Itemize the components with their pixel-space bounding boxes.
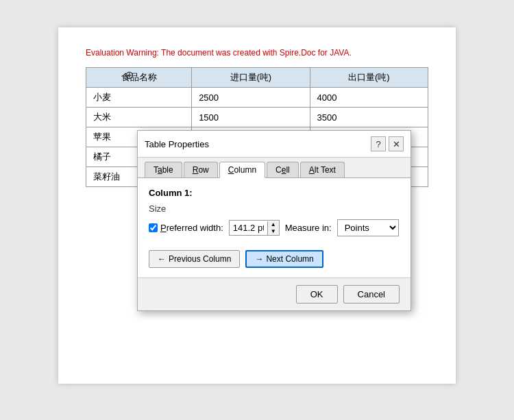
size-label: Size (149, 203, 400, 214)
next-arrow-icon: → (255, 254, 263, 264)
col-header-export: 出口量(吨) (310, 68, 428, 88)
previous-column-label: Previous Column (169, 254, 231, 264)
dialog-title: Table Properties (145, 139, 209, 149)
table-properties-dialog: Table Properties ? ✕ Table Row Column Ce… (137, 130, 411, 311)
preferred-width-label: Preferred width: (160, 223, 223, 233)
preferred-width-row: Preferred width: ▲ ▼ Measure in: Points … (149, 219, 400, 236)
table-cell: 大米 (86, 108, 192, 127)
preferred-width-checkbox[interactable] (149, 223, 158, 232)
dialog-controls: ? ✕ (371, 136, 404, 151)
dialog-tabs: Table Row Column Cell Alt Text (138, 158, 411, 178)
prev-arrow-icon: ← (158, 254, 166, 264)
corner-mark: ⊕ (125, 69, 134, 82)
table-cell: 2500 (192, 88, 310, 108)
tab-table[interactable]: Table (145, 162, 182, 177)
close-button[interactable]: ✕ (389, 136, 404, 151)
dialog-titlebar: Table Properties ? ✕ (138, 131, 411, 158)
spin-up-button[interactable]: ▲ (268, 221, 279, 228)
tab-cell-label: Cell (276, 165, 290, 175)
width-input[interactable] (230, 221, 267, 235)
spin-down-button[interactable]: ▼ (268, 228, 279, 235)
table-cell: 小麦 (86, 88, 192, 108)
table-cell: 1500 (192, 108, 310, 127)
tab-cell[interactable]: Cell (267, 162, 299, 177)
measure-in-select[interactable]: Points Inches Centimeters Percent (337, 219, 399, 236)
tab-row-label: Row (193, 165, 209, 175)
nav-buttons: ← Previous Column → Next Column (149, 250, 400, 268)
section-title: Column 1: (149, 188, 400, 198)
tab-column-label: Column (228, 165, 256, 175)
help-button[interactable]: ? (371, 136, 386, 151)
dialog-footer: OK Cancel (138, 277, 411, 310)
table-cell: 3500 (310, 108, 428, 127)
measure-in-label: Measure in: (285, 223, 332, 233)
table-row: 小麦25004000 (86, 88, 428, 108)
previous-column-button[interactable]: ← Previous Column (149, 250, 240, 268)
preferred-width-checkbox-label[interactable]: Preferred width: (149, 223, 223, 233)
col-header-import: 进口量(吨) (192, 68, 310, 88)
eval-warning: Evaluation Warning: The document was cre… (86, 48, 428, 58)
col-header-name: 食品名称 (86, 68, 192, 88)
width-input-group: ▲ ▼ (229, 220, 280, 236)
table-row: 大米15003500 (86, 108, 428, 127)
tab-alt-text[interactable]: Alt Text (300, 162, 345, 177)
next-column-label: Next Column (266, 254, 313, 264)
tab-table-label: Table (154, 165, 173, 175)
dialog-body: Column 1: Size Preferred width: ▲ ▼ Meas… (138, 178, 411, 277)
tab-alt-text-label: Alt Text (309, 165, 336, 175)
cancel-button[interactable]: Cancel (343, 285, 400, 304)
spin-buttons: ▲ ▼ (267, 221, 279, 235)
table-cell: 4000 (310, 88, 428, 108)
tab-row[interactable]: Row (184, 162, 218, 177)
tab-column[interactable]: Column (219, 162, 265, 178)
ok-button[interactable]: OK (296, 285, 338, 304)
next-column-button[interactable]: → Next Column (245, 250, 323, 268)
